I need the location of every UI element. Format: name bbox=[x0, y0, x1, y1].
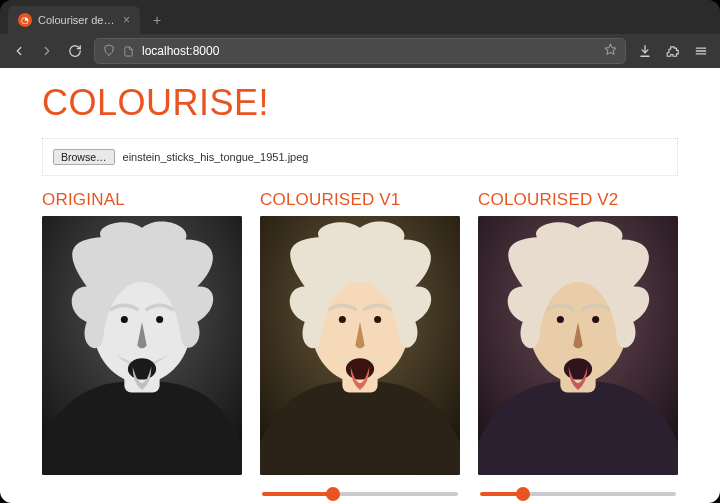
svg-point-21 bbox=[564, 358, 592, 379]
svg-point-13 bbox=[339, 316, 346, 323]
svg-point-19 bbox=[557, 316, 564, 323]
tab-strip: ◔ Colouriser demo with OpenVIN… × + bbox=[0, 6, 720, 34]
colourise-slider[interactable] bbox=[480, 492, 676, 496]
image-column: COLOURISED V1 bbox=[260, 190, 460, 503]
portrait-image bbox=[260, 216, 460, 475]
browse-button[interactable]: Browse… bbox=[53, 149, 115, 165]
column-title: ORIGINAL bbox=[42, 190, 242, 210]
reload-button[interactable] bbox=[66, 42, 84, 60]
shield-icon bbox=[103, 44, 115, 58]
svg-point-7 bbox=[121, 316, 128, 323]
svg-point-8 bbox=[156, 316, 163, 323]
menu-icon[interactable] bbox=[692, 42, 710, 60]
image-columns: ORIGINAL bbox=[42, 190, 678, 503]
page-title: COLOURISE! bbox=[42, 82, 678, 124]
result-image bbox=[260, 216, 460, 475]
selected-filename: einstein_sticks_his_tongue_1951.jpeg bbox=[123, 151, 309, 163]
svg-point-9 bbox=[128, 358, 156, 379]
image-column: COLOURISED V2 bbox=[478, 190, 678, 503]
insecure-site-icon bbox=[123, 46, 134, 57]
portrait-image bbox=[478, 216, 678, 475]
page-viewport: COLOURISE! Browse… einstein_sticks_his_t… bbox=[0, 68, 720, 503]
toolbar-right bbox=[636, 42, 710, 60]
browser-window: ◔ Colouriser demo with OpenVIN… × + bbox=[0, 0, 720, 503]
result-image bbox=[478, 216, 678, 475]
back-button[interactable] bbox=[10, 42, 28, 60]
url-text[interactable]: localhost:8000 bbox=[142, 44, 596, 58]
new-tab-button[interactable]: + bbox=[148, 11, 166, 29]
portrait-image bbox=[42, 216, 242, 475]
result-image bbox=[42, 216, 242, 475]
browser-tab-active[interactable]: ◔ Colouriser demo with OpenVIN… × bbox=[8, 6, 140, 34]
ubuntu-icon: ◔ bbox=[18, 13, 32, 27]
bookmark-star-icon[interactable] bbox=[604, 43, 617, 59]
close-icon[interactable]: × bbox=[123, 13, 130, 27]
downloads-icon[interactable] bbox=[636, 42, 654, 60]
extensions-icon[interactable] bbox=[664, 42, 682, 60]
column-title: COLOURISED V1 bbox=[260, 190, 460, 210]
column-title: COLOURISED V2 bbox=[478, 190, 678, 210]
tab-title: Colouriser demo with OpenVIN… bbox=[38, 14, 117, 26]
url-bar[interactable]: localhost:8000 bbox=[94, 38, 626, 64]
svg-marker-0 bbox=[605, 44, 616, 54]
image-column: ORIGINAL bbox=[42, 190, 242, 503]
colourise-slider[interactable] bbox=[262, 492, 458, 496]
svg-point-14 bbox=[374, 316, 381, 323]
svg-point-20 bbox=[592, 316, 599, 323]
browser-toolbar: localhost:8000 bbox=[0, 34, 720, 68]
forward-button[interactable] bbox=[38, 42, 56, 60]
browser-chrome: ◔ Colouriser demo with OpenVIN… × + bbox=[0, 0, 720, 68]
file-upload-zone[interactable]: Browse… einstein_sticks_his_tongue_1951.… bbox=[42, 138, 678, 176]
svg-point-15 bbox=[346, 358, 374, 379]
